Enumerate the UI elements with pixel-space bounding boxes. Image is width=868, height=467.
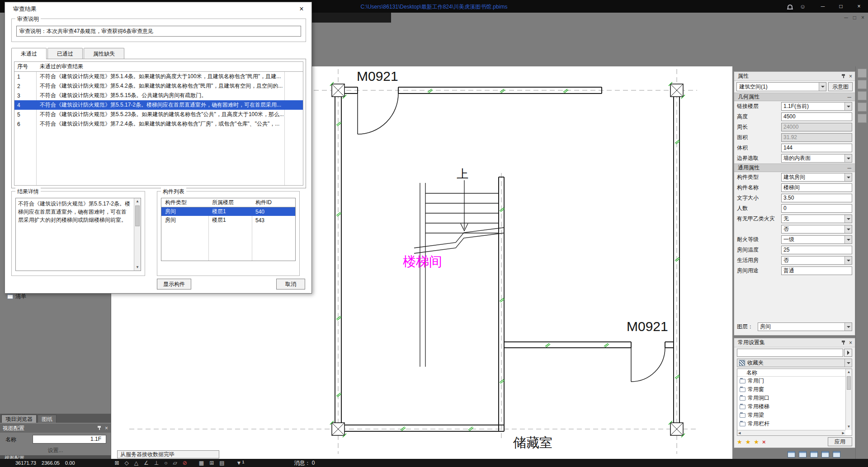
pin-icon[interactable] — [841, 341, 845, 345]
panel-tool-icon[interactable] — [858, 69, 867, 78]
panel-tool-icon[interactable] — [858, 91, 867, 100]
search-input[interactable] — [737, 349, 843, 357]
review-description-field[interactable]: 审查说明：本次共审查47条规范，审查获得6条审查意见 — [16, 26, 301, 37]
panel-tool-icon[interactable] — [858, 114, 867, 123]
close-icon[interactable]: × — [849, 73, 852, 79]
viewport-icon[interactable] — [788, 451, 795, 458]
tree-item-list[interactable]: 清单 — [7, 293, 26, 300]
horizontal-scrollbar[interactable]: ◀ ▶ — [737, 430, 845, 435]
show-component-button[interactable]: 显示构件 — [157, 279, 191, 290]
layer-select[interactable]: 房间 — [758, 322, 852, 331]
component-type-select[interactable]: 建筑房间 — [781, 173, 852, 182]
viewport-icon[interactable] — [821, 451, 829, 458]
osnap-triangle-icon[interactable]: △ — [134, 460, 138, 466]
list-item[interactable]: 常用栏杆 — [737, 420, 852, 428]
list-item[interactable]: 常用楼梯 — [737, 402, 852, 411]
scroll-left-icon[interactable]: ◀ — [738, 431, 741, 435]
tab-not-passed[interactable]: 未通过 — [11, 48, 47, 59]
table-row[interactable]: 6 不符合《建筑设计防火规范》第7.2.4条。如果建筑的建筑名称包含"厂房"，或… — [14, 119, 303, 129]
scroll-thumb[interactable] — [135, 205, 140, 226]
scroll-up-icon[interactable]: ▲ — [847, 369, 851, 375]
component-name-field[interactable]: 楼梯间 — [781, 183, 852, 192]
grid-plus-icon[interactable]: ⊞ — [209, 460, 214, 466]
view-name-field[interactable]: 1.1F — [33, 435, 106, 444]
close-button[interactable]: × — [850, 0, 868, 13]
table-row[interactable]: 1 不符合《建筑设计防火规范》第5.1.4条。如果建筑的高度大于100米，且建筑… — [14, 72, 303, 81]
filter-icon[interactable]: ▼1 — [236, 460, 245, 466]
component-selector[interactable]: 建筑空间(1) — [736, 82, 826, 91]
cancel-button[interactable]: 取消 — [276, 279, 305, 290]
account-icon[interactable]: ☺ — [800, 3, 806, 10]
tab-passed[interactable]: 已通过 — [47, 48, 83, 59]
osnap-circle-icon[interactable]: ○ — [164, 460, 167, 466]
list-item[interactable]: 常用门 — [737, 377, 852, 385]
list-item[interactable]: 常用梁 — [737, 411, 852, 420]
close-icon[interactable]: × — [105, 425, 108, 431]
room-usage-field[interactable]: 普通 — [781, 266, 852, 275]
minimize-button[interactable]: ─ — [814, 0, 832, 13]
dialog-title-bar[interactable]: 审查结果 × — [5, 2, 311, 16]
delete-icon[interactable]: × — [762, 439, 766, 445]
collapse-icon[interactable]: ─ — [847, 94, 851, 100]
section-geometry[interactable]: 几何属性 ─ — [734, 93, 855, 101]
child-restore-icon[interactable]: □ — [853, 14, 856, 21]
viewport-icon[interactable] — [833, 451, 840, 458]
component-row-selected[interactable]: 房间 楼层1 540 — [161, 207, 295, 216]
close-icon[interactable]: × — [849, 340, 852, 346]
text-size-field[interactable]: 3.50 — [781, 194, 852, 202]
settings-link[interactable]: 设置... — [0, 447, 111, 454]
scroll-right-icon[interactable]: ▶ — [842, 431, 844, 435]
apply-button[interactable]: 应用 — [828, 437, 852, 446]
fire-hazard-select[interactable]: 无 — [781, 215, 852, 223]
table-row[interactable]: 3 不符合《建筑设计防火规范》第5.5.15条。公共建筑内房间有疏散门。 — [14, 91, 303, 100]
maximize-button[interactable]: □ — [832, 0, 850, 13]
search-go-icon[interactable] — [844, 349, 852, 357]
scroll-down-icon[interactable]: ▼ — [136, 264, 139, 271]
osnap-off-icon[interactable]: ⊘ — [183, 460, 187, 466]
pin-icon[interactable] — [97, 426, 101, 430]
osnap-perpendicular-icon[interactable]: ⊥ — [154, 460, 159, 466]
room-temperature-field[interactable]: 25 — [781, 246, 852, 254]
osnap-box-icon[interactable]: ⊠ — [115, 460, 119, 466]
section-general[interactable]: 通用属性 ─ — [734, 163, 855, 172]
scroll-down-icon[interactable]: ▼ — [847, 424, 851, 430]
height-field[interactable]: 4500 — [781, 112, 852, 121]
evacuation-room-select[interactable]: 否 — [781, 225, 852, 234]
messages-counter[interactable]: 消息： 0 — [294, 459, 315, 467]
component-row[interactable]: 房间 楼层1 543 — [161, 216, 295, 224]
osnap-node-icon[interactable]: ◇ — [125, 460, 129, 466]
favorite-add-icon[interactable]: ★ — [737, 439, 742, 445]
vertical-scrollbar[interactable]: ▲ ▼ — [845, 369, 852, 430]
list-item[interactable]: 常用窗 — [737, 385, 852, 394]
scroll-thumb[interactable] — [847, 376, 851, 390]
favorites-selector[interactable]: 收藏夹 — [737, 359, 852, 367]
notifications-icon[interactable] — [788, 5, 793, 9]
grid-icon[interactable]: ▦ — [199, 460, 204, 466]
living-room-select[interactable]: 否 — [781, 256, 852, 265]
scroll-up-icon[interactable]: ▲ — [136, 198, 139, 205]
volume-field[interactable]: 144 — [781, 144, 852, 152]
table-row-selected[interactable]: 4 不符合《建筑设计防火规范》第5.5.17-2条。楼梯间应在首层直通室外，确有… — [14, 100, 303, 110]
child-minimize-icon[interactable]: ─ — [844, 14, 848, 21]
list-item[interactable]: 常用洞口 — [737, 394, 852, 402]
panel-tool-icon[interactable] — [858, 103, 867, 112]
tab-sheets[interactable]: 图纸 — [38, 415, 57, 423]
osnap-parallel-icon[interactable]: ▱ — [173, 460, 177, 466]
child-close-icon[interactable]: × — [861, 14, 864, 21]
collapse-icon[interactable]: ─ — [847, 165, 851, 171]
grid-lines-icon[interactable]: ▤ — [219, 460, 224, 466]
favorite-move-icon[interactable]: ★ — [754, 439, 759, 445]
viewport-icon[interactable] — [810, 451, 818, 458]
boundary-select[interactable]: 墙的内表面 — [781, 154, 852, 163]
people-count-field[interactable]: 0 — [781, 204, 852, 213]
osnap-angle-icon[interactable]: ∠ — [144, 460, 149, 466]
favorite-group-icon[interactable]: ★ — [745, 439, 751, 445]
fire-rating-select[interactable]: 一级 — [781, 235, 852, 244]
link-floor-select[interactable]: 1.1F(当前) — [781, 102, 852, 111]
vertical-scrollbar[interactable]: ▲ ▼ — [134, 198, 141, 271]
view-config-collapsed-bar[interactable]: 视图配置 — [0, 455, 111, 459]
pin-icon[interactable] — [841, 74, 845, 79]
viewport-icon[interactable] — [799, 451, 807, 458]
panel-tool-icon[interactable] — [858, 80, 867, 89]
table-row[interactable]: 2 不符合《建筑设计防火规范》第5.4.2条。如果建筑的建筑名称包含"民用"，且… — [14, 81, 303, 91]
